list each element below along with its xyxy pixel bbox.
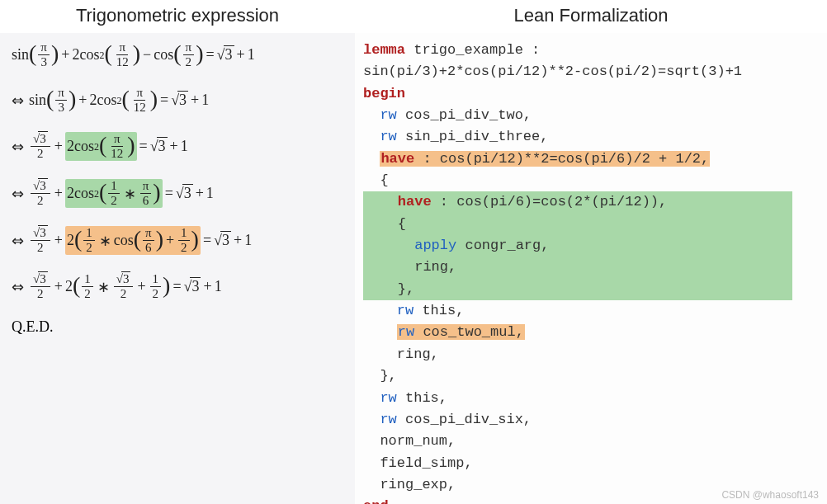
code-line-9: { — [363, 214, 792, 235]
code-line-13: rw this, — [363, 300, 819, 322]
code-line-2: sin(pi/3)+2*cos(pi/12)**2-cos(pi/2)=sqrt… — [363, 61, 819, 82]
heading-left: Trigonometric expression — [0, 0, 355, 33]
math-line-4: ⇔ 32 + 2 cos2 ( 12 ∗ π6 ) = 3 + 1 — [12, 179, 343, 208]
code-line-8: have : cos(pi/6)=cos(2*(pi/12)), — [363, 191, 792, 213]
code-line-4: rw cos_pi_div_two, — [363, 105, 819, 126]
code-line-6: have : cos(pi/12)**2=cos(pi/6)/2 + 1/2, — [363, 148, 819, 170]
math-line-6: ⇔ 32 + 2 ( 12 ∗ 32 + 12 ) = 3 + 1 — [12, 273, 343, 300]
code-line-12: }, — [363, 279, 792, 300]
code-highlight-orange-1: have : cos(pi/12)**2=cos(pi/6)/2 + 1/2, — [380, 151, 710, 167]
highlight-green-1: 2 cos2 ( π12 ) — [65, 132, 137, 161]
code-line-3: begin — [363, 83, 819, 105]
code-highlight-orange-2: rw cos_two_mul, — [397, 324, 525, 340]
math-panel: sin ( π3 ) + 2 cos2 ( π12 ) − cos ( π2 )… — [0, 33, 355, 504]
code-line-20: field_simp, — [363, 453, 819, 474]
qed-text: Q.E.D. — [12, 318, 343, 336]
code-line-11: ring, — [363, 257, 792, 278]
math-line-1: sin ( π3 ) + 2 cos2 ( π12 ) − cos ( π2 )… — [12, 41, 343, 68]
code-line-16: }, — [363, 365, 819, 387]
code-line-19: norm_num, — [363, 431, 819, 452]
highlight-orange-1: 2 ( 12 ∗ cos ( π6 ) + 12 ) — [65, 226, 201, 255]
watermark: CSDN @whaosoft143 — [721, 489, 819, 501]
code-line-7: { — [363, 170, 819, 191]
highlight-green-2: 2 cos2 ( 12 ∗ π6 ) — [65, 179, 163, 208]
sin-text: sin — [12, 46, 29, 64]
math-line-2: ⇔ sin ( π3 ) + 2 cos2 ( π12 ) = 3 + 1 — [12, 87, 343, 114]
left-column: Trigonometric expression sin ( π3 ) + 2 … — [0, 0, 355, 504]
code-line-17: rw this, — [363, 388, 819, 409]
code-line-1: lemma trigo_example : — [363, 40, 819, 61]
code-panel: lemma trigo_example : sin(pi/3)+2*cos(pi… — [355, 33, 827, 504]
code-line-18: rw cos_pi_div_six, — [363, 409, 819, 431]
code-line-5: rw sin_pi_div_three, — [363, 126, 819, 148]
right-column: Lean Formalization lemma trigo_example :… — [355, 0, 827, 504]
math-line-3: ⇔ 32 + 2 cos2 ( π12 ) = 3 + 1 — [12, 132, 343, 161]
heading-right: Lean Formalization — [355, 0, 827, 33]
code-line-15: ring, — [363, 344, 819, 365]
code-line-14: rw cos_two_mul, — [363, 322, 819, 343]
code-line-10: apply congr_arg, — [363, 235, 792, 257]
math-line-5: ⇔ 32 + 2 ( 12 ∗ cos ( π6 ) + 12 ) = 3 + … — [12, 226, 343, 255]
